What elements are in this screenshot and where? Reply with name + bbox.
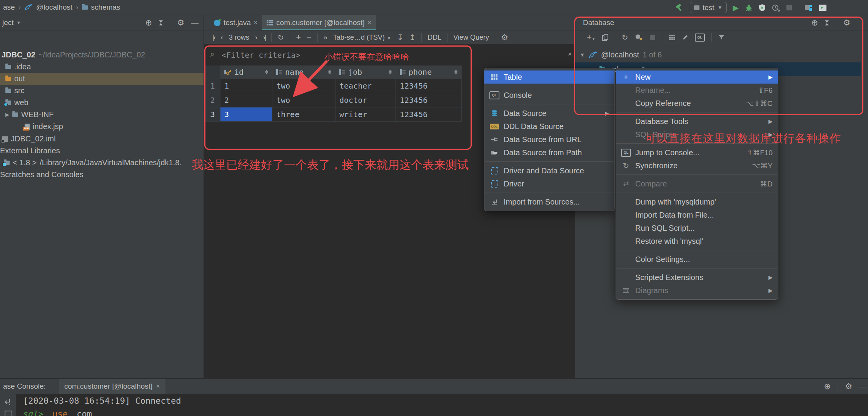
tree-row-project-root[interactable]: JDBC_02 ~/IdeaProjects/JDBC/JDBC_02 <box>0 49 204 61</box>
last-page-icon[interactable]: ›| <box>263 34 266 42</box>
menu-item-import-from-sources[interactable]: Import from Sources... <box>484 195 614 208</box>
menu-item-data-source[interactable]: Data Source ▶ <box>484 107 614 120</box>
menu-item-compare[interactable]: ⇄ Compare ⌘D <box>616 177 778 190</box>
project-panel-title[interactable]: ject <box>2 18 14 27</box>
close-icon[interactable]: × <box>156 383 160 390</box>
gear-icon[interactable]: ⚙ <box>501 33 508 42</box>
row-number[interactable]: 3 <box>205 107 220 122</box>
menu-item-import-data-from-file[interactable]: Import Data from File... <box>616 208 778 221</box>
gear-icon[interactable]: ⚙ <box>177 18 184 27</box>
menu-item-data-source-url[interactable]: Data Source from URL <box>484 133 614 146</box>
close-icon[interactable]: × <box>254 19 257 26</box>
cell-job[interactable]: teacher <box>336 79 396 93</box>
collapse-arrow-icon[interactable]: ▼ <box>580 52 585 58</box>
tool-window-icon[interactable] <box>819 4 826 11</box>
sort-icon[interactable] <box>265 70 268 74</box>
run-button[interactable]: ▶ <box>733 3 739 12</box>
next-page-icon[interactable]: › <box>255 34 257 42</box>
column-header-id[interactable]: id <box>220 65 272 79</box>
close-icon[interactable]: × <box>368 19 371 26</box>
cell-id[interactable]: 1 <box>220 79 272 93</box>
menu-item-run-sql-script[interactable]: Run SQL Script... <box>616 221 778 235</box>
menu-item-rename[interactable]: Rename... ⇧F6 <box>616 84 778 97</box>
upload-data-icon[interactable]: ↥ <box>409 33 416 42</box>
cell-name[interactable]: three <box>272 107 336 122</box>
locate-icon[interactable]: ⊕ <box>145 18 152 27</box>
menu-item-table[interactable]: Table <box>484 70 614 84</box>
gear-icon[interactable]: ⚙ <box>845 382 852 391</box>
menu-item-database-tools[interactable]: Database Tools ▶ <box>616 115 778 128</box>
run-with-coverage-icon[interactable] <box>759 4 766 12</box>
modify-datasource-icon[interactable] <box>635 34 643 41</box>
debug-bug-icon[interactable] <box>745 4 753 12</box>
stop-icon[interactable] <box>650 35 655 40</box>
remove-row-icon[interactable]: − <box>307 32 312 42</box>
refresh-icon[interactable]: ↻ <box>622 33 628 42</box>
settings-box-icon[interactable] <box>5 411 12 416</box>
sort-icon[interactable] <box>389 70 392 74</box>
gear-icon[interactable]: ⚙ <box>843 18 850 27</box>
hide-panel-icon[interactable]: — <box>859 382 866 391</box>
tree-row-external-libraries[interactable]: External Libraries <box>0 145 204 157</box>
row-number[interactable]: 2 <box>205 93 220 107</box>
console-command-line[interactable]: sql> use com <box>23 409 92 416</box>
tree-row-web-inf[interactable]: ▶ WEB-INF <box>0 109 204 121</box>
row-number[interactable]: 1 <box>205 79 220 93</box>
collapse-all-icon[interactable] <box>825 20 829 25</box>
cell-phone[interactable]: 123456 <box>396 93 462 107</box>
column-header-phone[interactable]: phone <box>396 65 462 79</box>
menu-item-restore-mysql[interactable]: Restore with 'mysql' <box>616 235 778 248</box>
breadcrumb[interactable]: @localhost <box>36 3 72 12</box>
cell-phone[interactable]: 123456 <box>396 107 462 122</box>
menu-item-copy-reference[interactable]: Copy Reference ⌥⇧⌘C <box>616 97 778 110</box>
cell-phone[interactable]: 123456 <box>396 79 462 93</box>
tree-row-index-jsp[interactable]: JSP index.jsp <box>0 121 204 133</box>
stop-button[interactable] <box>786 5 792 10</box>
build-hammer-icon[interactable] <box>675 3 684 12</box>
run-configuration-dropdown[interactable]: test ▼ <box>690 2 727 13</box>
sort-icon[interactable] <box>454 70 457 74</box>
tree-row-iml[interactable]: JDBC_02.iml <box>0 133 204 145</box>
tree-row-web[interactable]: web <box>0 97 204 109</box>
table-view-icon[interactable] <box>669 34 676 40</box>
add-datasource-icon[interactable]: +▼ <box>587 32 596 42</box>
collapse-all-icon[interactable] <box>159 20 163 25</box>
console-ql-icon[interactable]: QL <box>695 34 705 42</box>
duplicate-icon[interactable] <box>602 34 608 41</box>
export-format-dropdown[interactable]: Tab-se…d (TSV) ▼ <box>333 34 391 42</box>
locate-icon[interactable]: ⊕ <box>824 382 831 391</box>
cell-id-selected[interactable]: 3 <box>220 107 272 122</box>
tree-row-idea[interactable]: .idea <box>0 61 204 73</box>
chevron-double-icon[interactable]: » <box>324 34 327 42</box>
edit-pencil-icon[interactable] <box>682 34 688 40</box>
tree-row-jdk[interactable]: < 1.8 > /Library/Java/JavaVirtualMachine… <box>0 157 204 169</box>
filter-funnel-icon[interactable] <box>718 34 724 40</box>
menu-item-driver[interactable]: Driver <box>484 177 614 190</box>
expand-arrow-icon[interactable]: ▶ <box>5 112 9 117</box>
menu-item-driver-and-data-source[interactable]: Driver and Data Source <box>484 164 614 177</box>
cell-id[interactable]: 2 <box>220 93 272 107</box>
menu-item-console[interactable]: QL Console <box>484 89 614 102</box>
menu-item-ddl-data-source[interactable]: DDL DDL Data Source <box>484 120 614 133</box>
profiler-icon[interactable] <box>772 4 780 12</box>
breadcrumb[interactable]: ase <box>3 3 15 12</box>
add-row-icon[interactable]: + <box>296 32 301 42</box>
tab-com-customer[interactable]: com.customer [@localhost] × <box>262 15 376 30</box>
tab-test-java[interactable]: test.java × <box>209 15 262 30</box>
menu-item-diagrams[interactable]: Diagrams ▶ <box>616 284 778 297</box>
tree-row-out[interactable]: out <box>0 73 204 85</box>
menu-item-synchronize[interactable]: ↻ Synchronize ⌥⌘Y <box>616 159 778 172</box>
ddl-button[interactable]: DDL <box>427 34 441 42</box>
menu-item-color-settings[interactable]: Color Settings... <box>616 253 778 266</box>
cell-job[interactable]: doctor <box>336 93 396 107</box>
console-tab[interactable]: com.customer [@localhost] × <box>59 379 165 394</box>
first-page-icon[interactable]: |‹ <box>212 34 215 42</box>
download-data-icon[interactable]: ↧ <box>397 33 404 42</box>
menu-item-data-source-path[interactable]: Data Source from Path <box>484 146 614 159</box>
menu-item-new[interactable]: + New ▶ <box>616 70 778 84</box>
menu-item-jump-to-console[interactable]: QL Jump to Console... ⇧⌘F10 <box>616 146 778 159</box>
rerun-icon[interactable] <box>4 398 12 406</box>
menu-item-dump-mysqldump[interactable]: Dump with 'mysqldump' <box>616 195 778 208</box>
close-icon[interactable]: × <box>568 50 572 58</box>
hide-panel-icon[interactable]: — <box>191 18 199 27</box>
